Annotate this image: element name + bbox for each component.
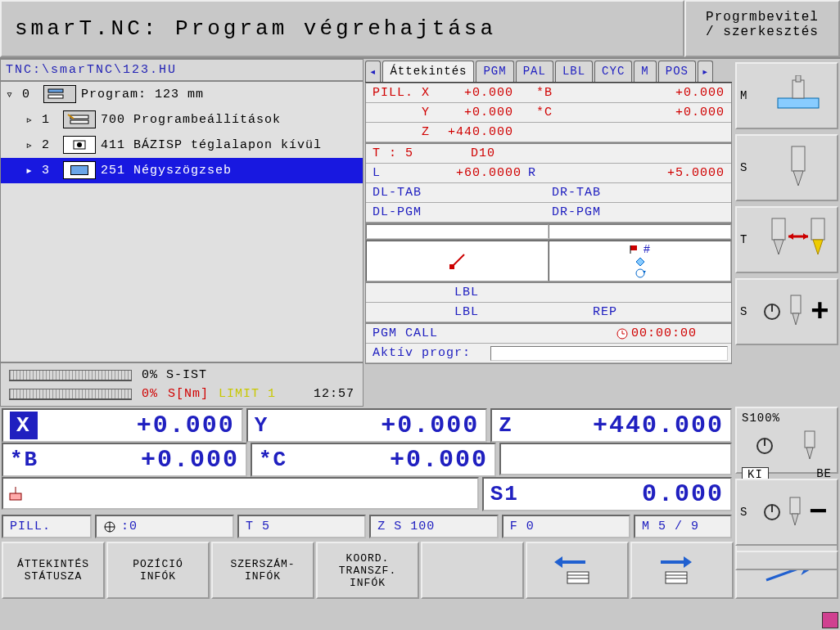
tree-index: 1 [42, 113, 58, 127]
dro-x: X +0.000 [2, 408, 243, 443]
tab-m[interactable]: M [634, 61, 656, 82]
side-btn-empty[interactable] [735, 551, 838, 570]
dro-c-label: *C [259, 448, 308, 472]
lbl-rep: REP [589, 304, 728, 320]
softkey-empty-5[interactable] [421, 542, 524, 599]
softkey-position-info[interactable]: POZÍCIÓ INFÓK [106, 542, 210, 599]
svg-rect-18 [792, 146, 805, 171]
datum-graphic [366, 241, 549, 281]
side-btn-t[interactable]: T [735, 206, 838, 273]
tab-pgm[interactable]: PGM [476, 61, 513, 82]
dl-pgm: DL-PGM [369, 205, 549, 220]
tab-scroll-right[interactable]: ▸ [698, 61, 713, 82]
tree-row-0[interactable]: ▿ 0 Program: 123 mm [1, 82, 363, 107]
tree-label: 411 BÁZISP téglalapon kívül [101, 138, 322, 152]
expand-icon[interactable]: ▸ [25, 163, 37, 178]
clock-icon [616, 328, 628, 340]
tree-row-3[interactable]: ▸ 3 251 Négyszögzseb [1, 158, 363, 183]
expand-icon[interactable]: ▿ [6, 87, 17, 102]
bstat-zs: Z S 100 [369, 515, 498, 538]
dr-pgm: DR-PGM [549, 205, 728, 220]
softkey-line: KOORD. [346, 552, 390, 565]
tab-lbl[interactable]: LBL [555, 61, 593, 82]
arrow-right-icon [657, 554, 707, 587]
mode-line-1: Progrmbevitel [693, 10, 832, 25]
softkey-page-left[interactable] [526, 542, 629, 599]
tab-overview[interactable]: Áttekintés [382, 61, 474, 82]
arrow-left-icon [553, 554, 602, 587]
pgm-call: PGM CALL [369, 326, 613, 341]
dro-y-val: +0.000 [309, 412, 480, 439]
pocket-icon [63, 161, 96, 179]
softkey-coord-transf[interactable]: KOORD. TRANSZF. INFÓK [316, 542, 419, 599]
side-lbl-t: T [740, 233, 758, 246]
expand-icon[interactable]: ▹ [25, 112, 37, 128]
bstat-f: F 0 [502, 515, 630, 538]
dro-z-label: Z [499, 413, 548, 438]
override-slider-1[interactable] [9, 370, 132, 381]
tab-strip: ◂ Áttekintés PGM PAL LBL CYC M POS ▸ [365, 61, 732, 83]
field-blank-1 [366, 224, 549, 239]
axis-x: X [418, 85, 435, 101]
override-slider-2[interactable] [9, 389, 132, 400]
side-btn-m[interactable]: M [735, 62, 838, 129]
side-s100-label: S100% [742, 412, 832, 425]
field-blank-2 [549, 224, 731, 239]
side-btn-s-plus[interactable]: S + [735, 278, 838, 345]
axis-y-val: +0.000 [435, 105, 517, 120]
tab-scroll-left[interactable]: ◂ [365, 61, 381, 82]
tab-pal[interactable]: PAL [516, 61, 553, 82]
bstat-ref: :0 [95, 515, 234, 538]
expand-icon[interactable]: ▹ [25, 137, 37, 153]
tool-panel: T : 5 D10 L +60.0000 R +5.0000 DL-TAB DR… [365, 143, 732, 223]
axis-c: *C [533, 105, 566, 120]
tree-row-2[interactable]: ▹ 2 411 BÁZISP téglalapon kívül [1, 133, 363, 158]
dro-y-label: Y [255, 413, 304, 438]
softkey-line: STÁTUSZA [25, 570, 82, 583]
bstat-m: M 5 / 9 [634, 515, 732, 538]
softkey-line: SZERSZÁM- [230, 558, 295, 570]
softkey-page-right[interactable] [630, 542, 734, 599]
axis-z: Z [418, 124, 435, 140]
mode-label: Progrmbevitel / szerkesztés [684, 0, 840, 57]
svg-rect-48 [790, 497, 800, 514]
dro-b-label: *B [10, 448, 59, 472]
clock: 12:57 [314, 387, 355, 401]
plus-icon: + [811, 295, 830, 330]
graphic-panel [365, 223, 732, 240]
side-btn-s[interactable]: S [735, 134, 838, 201]
side-lbl-s2: S [740, 305, 758, 318]
program-tree[interactable]: ▿ 0 Program: 123 mm ▹ 1 700 Programbeáll… [0, 81, 364, 362]
dro-z-val: +440.000 [553, 412, 724, 439]
dro-s-val: 0.000 [544, 480, 724, 508]
tree-label: 700 Programbeállítások [101, 113, 281, 127]
tree-label: 251 Négyszögzseb [101, 164, 232, 178]
tab-cyc[interactable]: CYC [594, 61, 632, 82]
tool-t: T : 5 [369, 146, 467, 161]
tree-row-1[interactable]: ▹ 1 700 Programbeállítások [1, 107, 363, 133]
side-btn-s100[interactable]: S100% KI BE [735, 407, 838, 474]
softkey-tool-info[interactable]: SZERSZÁM- INFÓK [211, 542, 314, 599]
pill-panel: PILL. X +0.000 *B +0.000 Y +0.000 *C +0.… [365, 83, 732, 143]
svg-rect-17 [796, 75, 801, 82]
tool-l-label: L [369, 165, 394, 181]
spindle-small-icon [786, 294, 806, 330]
bstat-t: T 5 [237, 515, 366, 538]
dro-s-label: S1 [490, 482, 540, 506]
dro-z: Z +440.000 [490, 408, 732, 443]
side-btn-s-minus[interactable]: S − [735, 479, 838, 546]
svg-rect-33 [666, 572, 687, 583]
svg-rect-9 [630, 245, 637, 250]
tool-r-val: +5.0000 [549, 165, 728, 181]
tab-pos[interactable]: POS [658, 61, 696, 82]
tool-change-icon [763, 215, 833, 264]
softkey-overview-status[interactable]: ÁTTEKINTÉS STÁTUSZA [2, 542, 105, 599]
tree-index: 2 [42, 138, 58, 152]
tree-label: Program: 123 mm [81, 88, 204, 101]
softkey-line: POZÍCIÓ [133, 558, 183, 570]
svg-rect-1 [48, 95, 63, 98]
side-lbl-m: M [740, 89, 758, 102]
dro-c: *C +0.000 [251, 443, 496, 477]
dro-aux [2, 477, 479, 510]
svg-point-11 [636, 269, 644, 277]
